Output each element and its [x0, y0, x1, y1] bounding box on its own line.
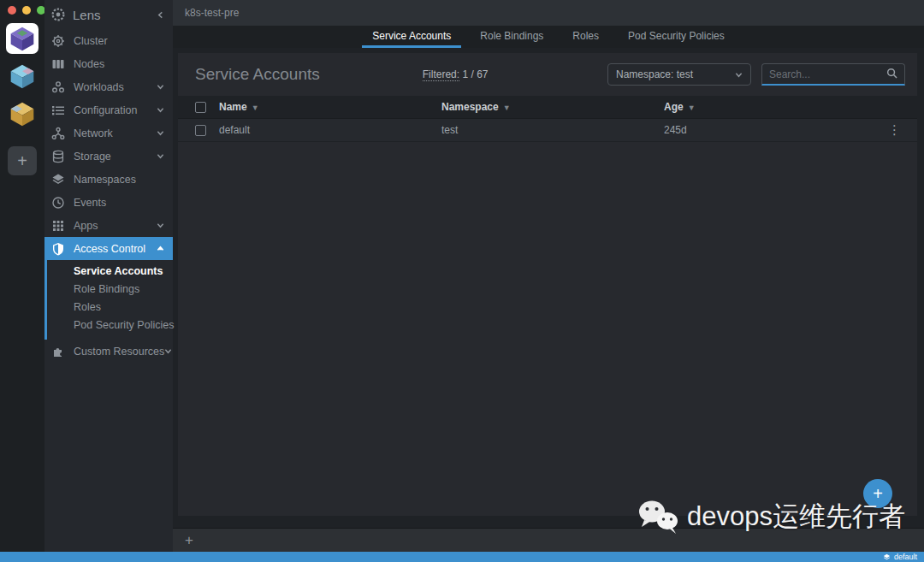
sidebar-item-network[interactable]: Network [44, 121, 173, 145]
sidebar-collapse-icon[interactable] [157, 11, 164, 19]
row-menu-icon[interactable]: ⋮ [876, 122, 902, 138]
search-input[interactable] [769, 68, 886, 80]
cluster-rail: + [0, 0, 44, 552]
sort-arrow-icon: ▼ [252, 104, 259, 112]
window-controls [0, 6, 45, 15]
table-row[interactable]: default test 245d ⋮ [178, 119, 917, 142]
chevron-down-icon [735, 71, 743, 79]
cell-name: default [219, 124, 441, 136]
chevron-down-icon [157, 83, 164, 91]
events-clock-icon [51, 196, 65, 210]
table-header: Name▼ Namespace▼ Age▼ [178, 96, 917, 119]
cell-namespace: test [441, 124, 664, 136]
table-empty-space [178, 142, 917, 516]
main-area: k8s-test-pre Service Accounts Role Bindi… [173, 0, 924, 552]
shield-icon [51, 242, 65, 256]
submenu-item-role-bindings[interactable]: Role Bindings [44, 281, 173, 299]
submenu-item-service-accounts[interactable]: Service Accounts [44, 263, 173, 281]
search-box [761, 63, 905, 86]
select-all-checkbox[interactable] [195, 102, 206, 113]
chevron-down-icon [157, 152, 164, 160]
terminal-dock: + [173, 528, 924, 552]
apps-grid-icon [51, 219, 65, 233]
sidebar-item-custom-resources[interactable]: Custom Resources [44, 340, 173, 363]
panel-header: Service Accounts Filtered: 1 / 67 Namesp… [178, 53, 917, 96]
tab-role-bindings[interactable]: Role Bindings [470, 26, 554, 48]
yellow-cube-icon [9, 100, 36, 127]
storage-database-icon [51, 150, 65, 163]
puzzle-icon [51, 345, 65, 358]
network-icon [51, 127, 65, 140]
app-header: Lens [44, 0, 173, 29]
service-accounts-panel: Service Accounts Filtered: 1 / 67 Namesp… [178, 53, 917, 516]
sort-arrow-icon: ▼ [688, 104, 696, 112]
sidebar-item-events[interactable]: Events [44, 191, 173, 214]
helm-wheel-icon [51, 34, 65, 48]
new-terminal-button[interactable]: + [185, 532, 193, 549]
cluster-name: k8s-test-pre [185, 7, 239, 19]
add-cluster-button[interactable]: + [8, 146, 37, 175]
sidebar-item-apps[interactable]: Apps [44, 214, 173, 237]
chevron-down-icon [164, 347, 172, 355]
submenu-item-roles[interactable]: Roles [44, 299, 173, 316]
search-icon[interactable] [886, 67, 897, 82]
close-window-button[interactable] [8, 6, 16, 15]
cluster-icon-yellow[interactable] [6, 98, 38, 129]
sidebar-item-storage[interactable]: Storage [44, 145, 173, 168]
blue-cube-icon [9, 62, 36, 90]
cluster-icon-purple[interactable] [6, 23, 38, 54]
workloads-icon [51, 80, 65, 94]
row-checkbox[interactable] [195, 125, 206, 136]
minimize-window-button[interactable] [22, 6, 31, 15]
add-resource-fab-button[interactable]: + [863, 479, 892, 508]
sidebar-item-cluster[interactable]: Cluster [44, 29, 173, 52]
sort-arrow-icon: ▼ [503, 104, 511, 112]
tab-bar: Service Accounts Role Bindings Roles Pod… [173, 26, 924, 48]
sidebar-item-access-control[interactable]: Access Control [44, 237, 173, 260]
cluster-titlebar: k8s-test-pre [173, 0, 924, 26]
filtered-value: 1 / 67 [462, 68, 488, 80]
sidebar: Lens Cluster Nodes [44, 0, 173, 552]
purple-cube-icon [9, 25, 36, 52]
app-title: Lens [73, 8, 157, 22]
tab-roles[interactable]: Roles [562, 26, 609, 48]
chevron-down-icon [157, 129, 164, 137]
lens-logo-icon [51, 8, 65, 21]
column-header-namespace[interactable]: Namespace▼ [441, 101, 664, 113]
sidebar-item-nodes[interactable]: Nodes [44, 52, 173, 75]
status-namespace[interactable]: default [894, 553, 917, 561]
status-bar: default [0, 552, 924, 562]
sidebar-item-configuration[interactable]: Configuration [44, 98, 173, 121]
configuration-list-icon [51, 104, 65, 117]
column-header-age[interactable]: Age▼ [664, 101, 876, 113]
chevron-down-icon [157, 106, 164, 114]
tab-pod-security-policies[interactable]: Pod Security Policies [618, 26, 735, 48]
cell-age: 245d [664, 124, 876, 136]
sidebar-item-workloads[interactable]: Workloads [44, 75, 173, 98]
submenu-item-pod-security-policies[interactable]: Pod Security Policies [44, 316, 173, 334]
chevron-up-icon [157, 245, 164, 252]
tab-service-accounts[interactable]: Service Accounts [362, 26, 461, 48]
namespace-status-icon [883, 553, 891, 561]
page-title: Service Accounts [195, 65, 320, 84]
sidebar-item-namespaces[interactable]: Namespaces [44, 168, 173, 191]
cluster-icon-blue[interactable] [6, 61, 38, 92]
filtered-label[interactable]: Filtered: [423, 68, 459, 81]
namespace-select[interactable]: Namespace: test [607, 63, 751, 86]
lens-window: + Lens Cluster [0, 0, 924, 562]
namespace-select-value: Namespace: test [616, 68, 693, 80]
chevron-down-icon [157, 222, 164, 229]
namespaces-layers-icon [51, 173, 65, 186]
column-header-name[interactable]: Name▼ [219, 101, 441, 113]
access-control-submenu: Service Accounts Role Bindings Roles Pod… [44, 260, 173, 340]
filtered-count: Filtered: 1 / 67 [423, 68, 489, 80]
nodes-icon [51, 57, 65, 71]
content-area: Service Accounts Filtered: 1 / 67 Namesp… [173, 48, 924, 528]
